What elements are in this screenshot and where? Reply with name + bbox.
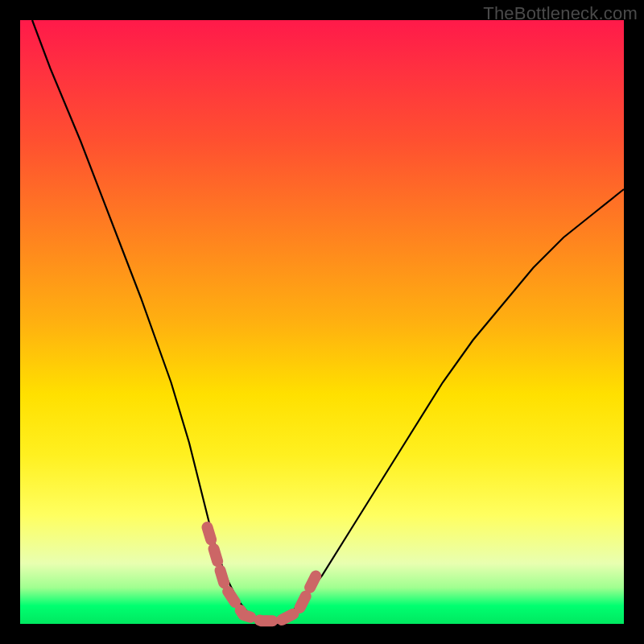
bottleneck-curve xyxy=(32,20,624,621)
curve-layer xyxy=(20,20,624,624)
chart-frame: TheBottleneck.com xyxy=(0,0,644,644)
tolerance-band xyxy=(208,527,316,621)
plot-area xyxy=(20,20,624,624)
